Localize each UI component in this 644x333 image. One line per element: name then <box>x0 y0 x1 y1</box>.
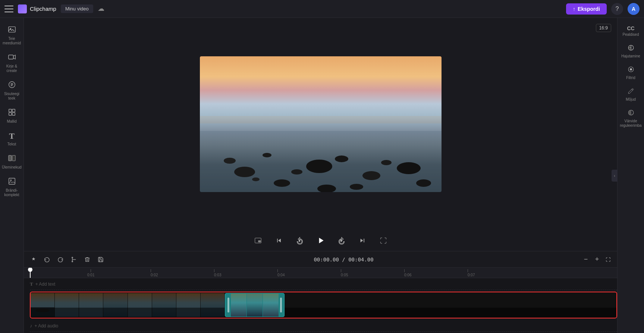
svg-point-21 <box>381 160 392 165</box>
zoom-fit-button[interactable] <box>604 255 613 264</box>
ruler-mark-2: 0:02 <box>151 269 158 277</box>
svg-point-32 <box>72 261 73 262</box>
svg-point-14 <box>274 179 290 187</box>
timeline-content: 0:01 0:02 0:03 0:04 0:05 0:06 0:07 T + A… <box>24 268 617 333</box>
content-icon <box>8 81 16 91</box>
svg-point-33 <box>72 257 73 258</box>
frame-2 <box>55 293 79 317</box>
text-icon: T <box>9 131 15 141</box>
topbar: Clipchamp Minu video ☁ Ekspordi ? A <box>0 0 644 18</box>
right-sidebar: CC Pealdised Hajutamine Filtrid Mõjud <box>617 18 644 333</box>
sidebar-item-split[interactable]: Hajutamine <box>619 41 643 62</box>
sidebar-item-media[interactable]: Teie meediumid <box>1 22 22 48</box>
save-button[interactable] <box>95 254 106 265</box>
svg-point-22 <box>416 179 431 187</box>
templates-label: Mallid <box>7 119 16 124</box>
export-button[interactable]: Ekspordi <box>566 3 607 15</box>
ruler-mark-5: 0:05 <box>341 269 348 277</box>
svg-rect-4 <box>9 109 11 112</box>
sidebar-item-filters[interactable]: Filtrid <box>619 63 643 83</box>
sidebar-item-record[interactable]: Kirje & create <box>1 50 22 76</box>
sidebar-item-content[interactable]: Sisu­teegi teek <box>1 78 22 104</box>
cut-button[interactable] <box>69 254 79 265</box>
svg-rect-6 <box>9 113 11 115</box>
ruler-mark-1: 0:01 <box>87 269 94 277</box>
project-name[interactable]: Minu video <box>61 4 93 13</box>
main-video-clip[interactable] <box>31 293 224 317</box>
svg-point-26 <box>252 178 260 181</box>
zoom-out-button[interactable]: − <box>581 255 590 264</box>
fullscreen-button[interactable] <box>377 235 389 246</box>
svg-text:5: 5 <box>299 239 300 242</box>
add-audio-button[interactable]: + Add audio <box>35 323 59 329</box>
clip-left-handle[interactable] <box>227 298 229 312</box>
avatar[interactable]: A <box>628 3 640 15</box>
aspect-ratio-badge[interactable]: 16:9 <box>596 24 611 32</box>
svg-text:5: 5 <box>340 239 342 242</box>
forward-button[interactable]: 5 <box>336 235 348 246</box>
brand-icon <box>8 177 16 187</box>
svg-rect-29 <box>258 241 260 242</box>
sidebar-item-text[interactable]: T Tekst <box>1 128 22 150</box>
record-label: Kirje & create <box>3 64 21 73</box>
filters-icon <box>628 66 634 75</box>
sidebar-collapse-button[interactable]: ‹ <box>612 170 618 182</box>
sidebar-item-brand[interactable]: Brändi­komplekt <box>1 174 22 200</box>
help-button[interactable]: ? <box>611 3 623 15</box>
play-button[interactable] <box>315 235 327 246</box>
add-text-button[interactable]: + Add text <box>35 282 56 287</box>
sidebar-item-effects[interactable]: Mõjud <box>619 85 643 105</box>
app-name: Clipchamp <box>30 6 56 12</box>
redo-button[interactable] <box>55 254 66 265</box>
selected-clip-content <box>231 293 279 317</box>
app-logo: Clipchamp <box>18 4 56 13</box>
playhead[interactable] <box>30 268 31 278</box>
undo-button[interactable] <box>42 254 52 265</box>
svg-point-20 <box>335 155 348 162</box>
pip-button[interactable] <box>252 235 264 246</box>
effects-icon <box>628 88 634 96</box>
skip-forward-button[interactable] <box>356 235 368 246</box>
svg-point-23 <box>291 169 302 175</box>
rewind-button[interactable]: 5 <box>294 235 306 246</box>
sidebar-item-templates[interactable]: Mallid <box>1 105 22 127</box>
svg-point-13 <box>234 167 255 177</box>
cloud-icon: ☁ <box>98 4 107 13</box>
main-content: Teie meediumid Kirje & create Sisu­teegi… <box>0 18 644 333</box>
effects-label: Mõjud <box>626 97 636 102</box>
sidebar-item-transitions[interactable]: Üleminekud <box>1 151 22 173</box>
transitions-icon <box>8 154 16 164</box>
ruler-mark-3: 0:03 <box>214 269 221 277</box>
color-icon <box>628 109 634 118</box>
svg-point-40 <box>630 68 632 70</box>
svg-point-19 <box>263 153 271 157</box>
center-area: 16:9 <box>24 18 617 333</box>
delete-button[interactable] <box>82 254 92 265</box>
logo-icon <box>18 4 27 13</box>
snap-button[interactable] <box>28 254 39 265</box>
ruler-mark-4: 0:04 <box>277 269 285 277</box>
media-label: Teie meediumid <box>3 37 21 45</box>
brand-label: Brändi­komplekt <box>3 188 21 197</box>
video-track[interactable] <box>30 292 617 318</box>
skip-back-button[interactable] <box>273 235 285 246</box>
video-preview <box>200 56 442 192</box>
selected-clip[interactable] <box>225 293 285 317</box>
audio-track-icon: ♪ <box>30 323 32 329</box>
svg-point-11 <box>10 179 12 181</box>
text-track: T + Add text <box>30 278 617 290</box>
transitions-label: Üleminekud <box>2 165 22 170</box>
sidebar-item-subtitles[interactable]: CC Pealdised <box>619 22 643 40</box>
record-icon <box>8 53 16 63</box>
time-display: 00:00.00 / 00:04.00 <box>109 257 578 263</box>
zoom-in-button[interactable]: + <box>593 255 601 264</box>
svg-point-16 <box>362 171 380 180</box>
timeline-ruler: 0:01 0:02 0:03 0:04 0:05 0:06 0:07 <box>24 268 617 278</box>
sidebar-item-color[interactable]: Värvide reguleerimba <box>619 106 643 131</box>
color-label: Värvide reguleerimba <box>620 119 641 128</box>
playhead-handle[interactable] <box>28 268 32 272</box>
clip-right-handle[interactable] <box>280 298 282 312</box>
tracks-container: T + Add text <box>24 278 617 332</box>
split-label: Hajutamine <box>621 54 640 59</box>
menu-button[interactable] <box>4 4 13 13</box>
